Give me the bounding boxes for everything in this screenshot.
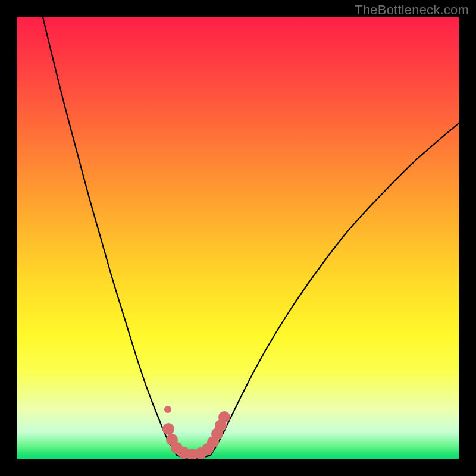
blob-left <box>162 423 174 435</box>
curve-left-curve <box>43 17 177 455</box>
blob-right-5 <box>218 411 230 423</box>
bottleneck-curve-chart <box>17 17 459 459</box>
dot-marker <box>164 406 171 413</box>
chart-area <box>17 17 459 459</box>
watermark-text: TheBottleneck.com <box>355 2 469 18</box>
curve-right-curve <box>211 123 459 455</box>
